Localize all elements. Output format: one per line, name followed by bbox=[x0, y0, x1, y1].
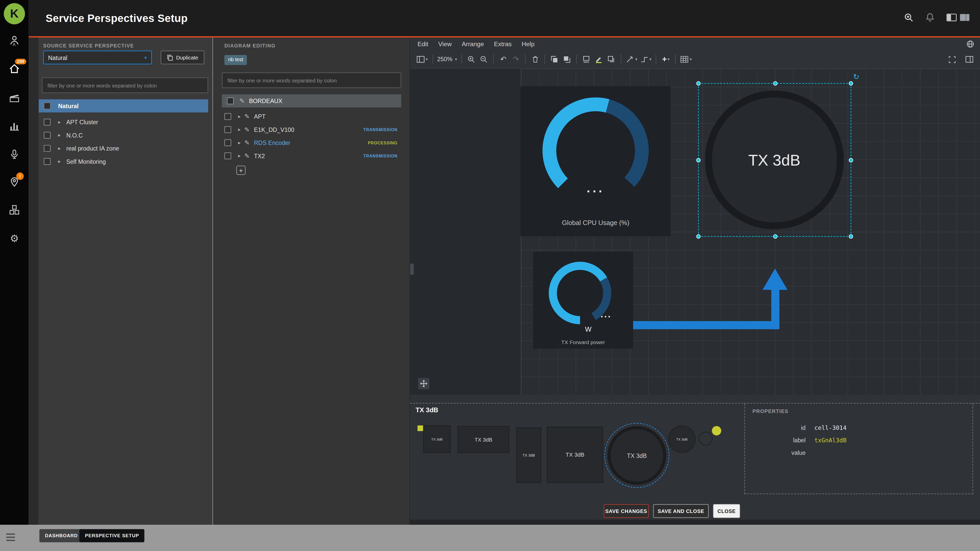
table-button[interactable]: ▾ bbox=[679, 52, 693, 66]
tree-row-tx2[interactable]: ▸ ✎ TX2 TRANSMISSION bbox=[222, 149, 401, 162]
duplicate-button[interactable]: Duplicate bbox=[161, 51, 204, 64]
cpu-gauge-widget[interactable]: ... Global CPU Usage (%) bbox=[520, 86, 671, 236]
checkbox[interactable] bbox=[224, 152, 231, 159]
tree-row-e1k[interactable]: ▸ ✎ E1K_DD_V100 TRANSMISSION bbox=[222, 123, 401, 136]
resize-handle-ne[interactable] bbox=[849, 81, 853, 86]
format-panel-icon[interactable] bbox=[963, 52, 976, 66]
save-changes-button[interactable]: SAVE CHANGES bbox=[604, 504, 649, 518]
zoom-search-icon[interactable] bbox=[904, 13, 914, 22]
tree-row-apt[interactable]: ▸ ✎ APT bbox=[222, 110, 401, 123]
insert-shape-button[interactable]: +▾ bbox=[660, 52, 672, 66]
connector-arrow-vertical[interactable] bbox=[771, 289, 780, 329]
diagram-filter-input[interactable] bbox=[222, 73, 401, 88]
waypoint-style-button[interactable]: ▾ bbox=[639, 52, 653, 66]
tab-dashboard[interactable]: DASHBOARD bbox=[39, 529, 83, 542]
checkbox[interactable] bbox=[44, 145, 51, 152]
diagram-chip[interactable]: nb test bbox=[224, 55, 247, 65]
expand-caret-icon[interactable]: ▸ bbox=[58, 159, 61, 164]
resize-handle-se[interactable] bbox=[849, 234, 853, 238]
expand-caret-icon[interactable]: ▸ bbox=[58, 132, 61, 138]
menu-extras[interactable]: Extras bbox=[494, 40, 511, 47]
shape-variant-small-circle[interactable]: TX 3dB bbox=[668, 426, 696, 453]
save-and-close-button[interactable]: SAVE AND CLOSE bbox=[653, 504, 709, 518]
rotate-handle-icon[interactable]: ↻ bbox=[853, 73, 859, 81]
diagram-canvas[interactable]: ... Global CPU Usage (%) ... W TX Forwar… bbox=[410, 68, 980, 395]
shape-variant-tall-rect[interactable]: TX 3dB bbox=[516, 427, 541, 483]
resize-handle-n[interactable] bbox=[773, 81, 777, 86]
fullscreen-icon[interactable] bbox=[945, 52, 958, 66]
to-front-icon[interactable] bbox=[549, 52, 561, 66]
line-color-icon[interactable] bbox=[593, 52, 605, 66]
checkbox[interactable] bbox=[44, 103, 51, 110]
panel-left-icon[interactable] bbox=[946, 13, 957, 22]
edit-pencil-icon[interactable]: ✎ bbox=[245, 152, 250, 159]
menu-edit[interactable]: Edit bbox=[417, 40, 428, 47]
zoom-in-icon[interactable] bbox=[465, 52, 478, 66]
tree-row-apt-cluster[interactable]: ▸ APT Cluster bbox=[39, 116, 208, 129]
menu-arrange[interactable]: Arrange bbox=[462, 40, 484, 47]
checkbox[interactable] bbox=[224, 113, 231, 120]
close-button[interactable]: CLOSE bbox=[713, 504, 740, 518]
zoom-out-icon[interactable] bbox=[478, 52, 490, 66]
connection-style-button[interactable]: ▾ bbox=[625, 52, 638, 66]
panel-collapse-tab[interactable] bbox=[410, 264, 414, 275]
to-back-icon[interactable] bbox=[561, 52, 573, 66]
resize-handle-nw[interactable] bbox=[696, 81, 700, 86]
fill-color-icon[interactable] bbox=[580, 52, 593, 66]
power-gauge-widget[interactable]: ... W TX Forward power bbox=[533, 252, 633, 349]
modules-icon[interactable] bbox=[9, 204, 20, 216]
checkbox[interactable] bbox=[227, 97, 234, 104]
resize-handle-sw[interactable] bbox=[696, 234, 700, 238]
source-filter-input[interactable] bbox=[42, 78, 208, 93]
zoom-level-dropdown[interactable]: 250% ▾ bbox=[436, 52, 458, 66]
expand-caret-icon[interactable]: ▸ bbox=[238, 114, 241, 119]
shape-variant-small-square[interactable]: TX 3dB bbox=[423, 426, 451, 453]
edit-pencil-icon[interactable]: ✎ bbox=[245, 139, 250, 146]
home-icon[interactable] bbox=[9, 63, 20, 74]
checkbox[interactable] bbox=[224, 126, 231, 133]
view-panels-button[interactable]: ▾ bbox=[415, 52, 429, 66]
checkbox[interactable] bbox=[44, 119, 51, 125]
shadow-icon[interactable] bbox=[605, 52, 617, 66]
user-icon[interactable]: A bbox=[9, 35, 20, 46]
expand-caret-icon[interactable]: ▸ bbox=[238, 127, 241, 132]
menu-help[interactable]: Help bbox=[522, 40, 535, 47]
statusbar-menu-icon[interactable] bbox=[6, 534, 15, 541]
shape-variant-circle-selected[interactable]: TX 3dB bbox=[605, 423, 670, 488]
connector-arrow-horizontal[interactable] bbox=[633, 321, 780, 329]
edit-pencil-icon[interactable]: ✎ bbox=[245, 126, 250, 133]
menu-view[interactable]: View bbox=[438, 40, 452, 47]
shape-variant-dot[interactable] bbox=[699, 432, 713, 445]
resize-handle-w[interactable] bbox=[696, 158, 700, 162]
checkbox[interactable] bbox=[44, 158, 51, 165]
perspective-select[interactable]: Natural ▾ bbox=[43, 51, 152, 64]
add-node-button[interactable]: + bbox=[236, 165, 246, 175]
edit-pencil-icon[interactable]: ✎ bbox=[239, 97, 245, 104]
tree-row-rds-encoder[interactable]: ▸ ✎ RDS Encoder PROCESSING bbox=[222, 136, 401, 149]
tree-row-self-monitoring[interactable]: ▸ Self Monitoring bbox=[39, 155, 208, 168]
tree-row-noc[interactable]: ▸ N.O.C bbox=[39, 129, 208, 141]
shape-variant-wide-rect[interactable]: TX 3dB bbox=[458, 426, 509, 453]
tree-row-natural[interactable]: Natural bbox=[39, 99, 208, 112]
expand-caret-icon[interactable]: ▸ bbox=[238, 153, 241, 159]
checkbox[interactable] bbox=[44, 132, 51, 139]
language-globe-icon[interactable] bbox=[966, 40, 974, 48]
tree-row-bordeaux[interactable]: ✎ BORDEAUX bbox=[222, 94, 401, 107]
fit-page-button[interactable] bbox=[418, 378, 429, 389]
bar-chart-icon[interactable] bbox=[9, 121, 20, 132]
expand-caret-icon[interactable]: ▸ bbox=[238, 140, 241, 146]
checkbox[interactable] bbox=[224, 139, 231, 146]
resize-handle-s[interactable] bbox=[773, 234, 777, 238]
undo-icon[interactable]: ↶ bbox=[497, 52, 510, 66]
edit-pencil-icon[interactable]: ✎ bbox=[245, 113, 250, 120]
settings-gear-icon[interactable]: ⚙ bbox=[9, 232, 20, 244]
shape-variant-yellow-dot[interactable] bbox=[712, 426, 721, 435]
expand-caret-icon[interactable]: ▸ bbox=[58, 146, 61, 151]
media-icon[interactable] bbox=[9, 92, 20, 103]
microphone-icon[interactable] bbox=[9, 149, 20, 160]
notifications-icon[interactable] bbox=[925, 13, 935, 22]
app-logo[interactable]: K bbox=[4, 3, 25, 24]
shape-variant-large-square[interactable]: TX 3dB bbox=[547, 427, 603, 483]
panel-right-icon[interactable] bbox=[959, 13, 970, 22]
redo-icon[interactable]: ↷ bbox=[510, 52, 522, 66]
